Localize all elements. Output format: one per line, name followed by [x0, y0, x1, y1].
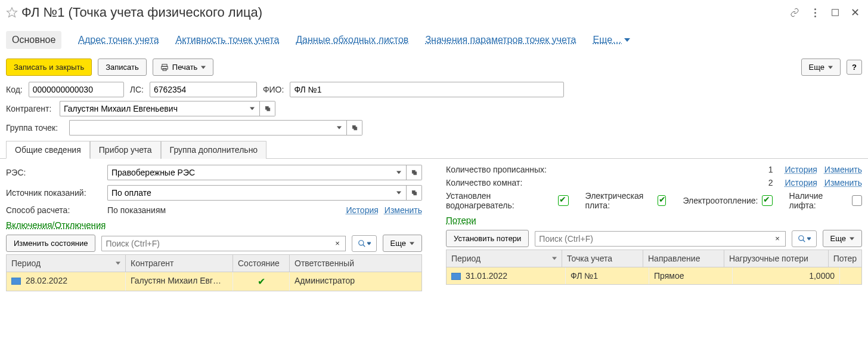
svg-marker-25	[850, 237, 854, 240]
registered-history-link[interactable]: История	[785, 165, 817, 174]
nav-activity[interactable]: Активность точек учета	[176, 35, 280, 45]
lift-checkbox[interactable]	[852, 195, 862, 206]
res-label: РЭС:	[6, 168, 101, 177]
nav-bypass[interactable]: Данные обходных листов	[296, 35, 408, 45]
document-icon	[451, 273, 461, 280]
row-load: 1,0000	[733, 267, 840, 284]
col-state[interactable]: Состояние	[233, 255, 290, 272]
svg-marker-19	[410, 242, 414, 245]
ls-input[interactable]	[150, 82, 257, 97]
nav-params[interactable]: Значения параметров точек учета	[425, 35, 576, 45]
section-losses-header: Потери	[446, 215, 862, 225]
losses-more-button[interactable]: Еще	[823, 230, 862, 247]
printer-icon	[160, 63, 169, 72]
col-direction[interactable]: Направление	[643, 250, 724, 267]
close-icon[interactable]: ✕	[851, 6, 860, 19]
col-contragent[interactable]: Контрагент	[126, 255, 233, 272]
chevron-down-icon	[201, 65, 206, 70]
svg-marker-18	[367, 242, 371, 245]
onoff-search-button[interactable]	[352, 235, 377, 252]
write-and-close-button[interactable]: Записать и закрыть	[6, 59, 92, 76]
onoff-search-input[interactable]	[101, 236, 330, 251]
row-date: 28.02.2022	[26, 276, 67, 285]
stove-checkbox[interactable]	[658, 195, 666, 206]
document-icon	[11, 278, 21, 285]
calc-history-link[interactable]: История	[346, 205, 379, 215]
favorite-star-icon[interactable]	[6, 7, 18, 19]
kebab-menu-icon[interactable]	[810, 8, 820, 17]
res-dropdown-button[interactable]	[391, 165, 407, 180]
nav-more[interactable]: Еще…	[593, 35, 630, 45]
col-load-losses[interactable]: Нагрузочные потери	[724, 250, 829, 267]
chevron-down-icon	[624, 37, 630, 43]
tab-group-additional[interactable]: Группа дополнительно	[161, 141, 267, 159]
losses-search-input[interactable]	[535, 231, 770, 247]
col-losses[interactable]: Потер	[829, 250, 861, 267]
source-label: Источник показаний:	[6, 188, 101, 198]
registered-value: 1	[595, 165, 773, 174]
svg-marker-0	[7, 8, 17, 17]
section-onoff-header: Включения/Отключения	[6, 220, 422, 230]
res-input[interactable]	[107, 165, 391, 180]
col-responsible[interactable]: Ответственный	[290, 255, 421, 272]
heater-checkbox[interactable]	[558, 195, 568, 206]
contragent-input[interactable]	[60, 101, 244, 116]
source-open-button[interactable]	[407, 185, 422, 201]
rooms-value: 2	[595, 178, 773, 187]
losses-search-button[interactable]	[792, 230, 817, 247]
losses-row[interactable]: 31.01.2022 ФЛ №1 Прямое 1,0000	[447, 267, 861, 284]
eheat-checkbox[interactable]	[762, 195, 773, 206]
onoff-more-button[interactable]: Еще	[383, 235, 422, 252]
code-input[interactable]	[29, 82, 124, 97]
chevron-down-icon	[828, 65, 833, 70]
write-button[interactable]: Записать	[98, 59, 147, 76]
sort-desc-icon	[552, 256, 557, 261]
group-open-button[interactable]	[347, 120, 362, 136]
row-point: ФЛ №1	[566, 267, 649, 284]
source-input[interactable]	[107, 185, 391, 201]
svg-rect-5	[163, 68, 166, 70]
rooms-change-link[interactable]: Изменить	[824, 178, 862, 187]
command-bar: Записать и закрыть Записать Печать Еще ?	[0, 55, 868, 82]
onoff-search-clear-button[interactable]: ×	[330, 236, 346, 251]
res-open-button[interactable]	[407, 165, 422, 180]
more-actions-button[interactable]: Еще	[801, 59, 841, 76]
magnifier-icon	[798, 235, 806, 243]
change-state-button[interactable]: Изменить состояние	[6, 235, 95, 252]
col-point[interactable]: Точка учета	[562, 250, 643, 267]
fio-input[interactable]	[290, 82, 564, 97]
contragent-dropdown-button[interactable]	[244, 101, 260, 116]
tab-device[interactable]: Прибор учета	[90, 141, 161, 159]
tab-general[interactable]: Общие сведения	[6, 141, 90, 159]
link-icon[interactable]	[790, 8, 799, 17]
chevron-down-icon	[850, 236, 854, 241]
row-responsible: Администратор	[290, 272, 421, 291]
onoff-grid: Период Контрагент Состояние Ответственны…	[6, 254, 422, 291]
col-period[interactable]: Период	[7, 255, 126, 272]
maximize-icon[interactable]	[830, 8, 840, 17]
calc-change-link[interactable]: Изменить	[385, 205, 422, 215]
nav-main[interactable]: Основное	[6, 31, 61, 49]
nav-addresses[interactable]: Адрес точек учета	[78, 35, 159, 45]
rooms-history-link[interactable]: История	[785, 178, 817, 187]
onoff-row[interactable]: 28.02.2022 Галустян Михаил Евг… ✔ Админи…	[7, 272, 421, 291]
registered-change-link[interactable]: Изменить	[824, 165, 862, 174]
chevron-down-icon	[807, 237, 811, 241]
svg-marker-2	[624, 38, 630, 42]
group-dropdown-button[interactable]	[331, 120, 347, 136]
svg-marker-14	[396, 192, 401, 195]
contragent-open-button[interactable]	[260, 101, 275, 116]
row-contragent: Галустян Михаил Евг…	[126, 272, 233, 291]
svg-marker-20	[116, 262, 120, 265]
losses-search-clear-button[interactable]: ×	[770, 231, 786, 247]
losses-grid: Период Точка учета Направление Нагрузочн…	[446, 250, 862, 285]
source-dropdown-button[interactable]	[391, 185, 407, 201]
group-input[interactable]	[69, 120, 331, 136]
print-button[interactable]: Печать	[153, 59, 214, 76]
check-icon: ✔	[258, 276, 265, 287]
detail-tabs: Общие сведения Прибор учета Группа допол…	[0, 140, 868, 159]
svg-rect-3	[162, 64, 167, 66]
col-period[interactable]: Период	[447, 250, 562, 267]
help-button[interactable]: ?	[847, 60, 862, 75]
set-losses-button[interactable]: Установить потери	[446, 230, 529, 247]
